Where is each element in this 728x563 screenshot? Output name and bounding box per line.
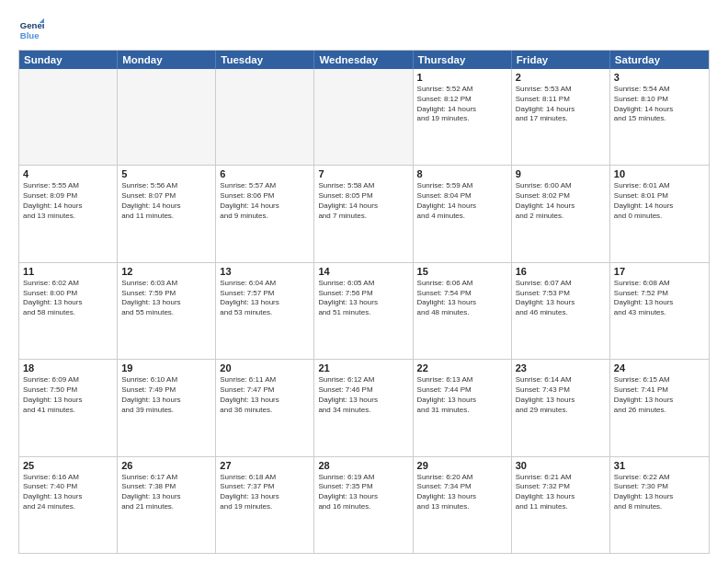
cell-text-line-3: and 13 minutes. bbox=[417, 502, 507, 512]
cell-text-line-2: Daylight: 13 hours bbox=[417, 396, 507, 406]
day-number: 8 bbox=[417, 168, 507, 179]
cell-text-line-2: Daylight: 13 hours bbox=[614, 396, 705, 406]
day-number: 26 bbox=[121, 460, 211, 471]
cell-text-line-3: and 0 minutes. bbox=[614, 212, 705, 222]
cell-text-line-2: Daylight: 14 hours bbox=[516, 201, 606, 212]
cell-text-line-1: Sunset: 8:12 PM bbox=[417, 95, 507, 105]
day-number: 13 bbox=[220, 266, 310, 277]
cell-text-line-1: Sunset: 8:02 PM bbox=[516, 191, 606, 201]
cell-text-line-3: and 43 minutes. bbox=[614, 308, 705, 318]
day-number: 5 bbox=[121, 168, 211, 179]
cell-text-line-1: Sunset: 7:32 PM bbox=[516, 482, 606, 492]
calendar-body: 1Sunrise: 5:52 AMSunset: 8:12 PMDaylight… bbox=[19, 69, 709, 553]
cell-text-line-0: Sunrise: 6:03 AM bbox=[121, 279, 211, 289]
cell-text-line-1: Sunset: 7:35 PM bbox=[318, 482, 408, 492]
header-day-sunday: Sunday bbox=[19, 51, 118, 69]
cell-text-line-3: and 53 minutes. bbox=[220, 308, 310, 318]
empty-cell bbox=[314, 69, 413, 165]
cell-text-line-2: Daylight: 14 hours bbox=[318, 201, 408, 212]
day-number: 20 bbox=[220, 362, 310, 373]
cell-text-line-2: Daylight: 13 hours bbox=[220, 492, 310, 502]
cell-text-line-2: Daylight: 13 hours bbox=[614, 492, 705, 502]
cell-text-line-2: Daylight: 13 hours bbox=[516, 396, 606, 406]
day-cell-6: 6Sunrise: 5:57 AMSunset: 8:06 PMDaylight… bbox=[216, 166, 314, 261]
cell-text-line-1: Sunset: 7:30 PM bbox=[614, 482, 705, 492]
cell-text-line-0: Sunrise: 5:52 AM bbox=[417, 85, 507, 95]
cell-text-line-3: and 13 minutes. bbox=[23, 212, 113, 222]
day-number: 14 bbox=[318, 266, 408, 277]
cell-text-line-1: Sunset: 7:37 PM bbox=[220, 482, 310, 492]
cell-text-line-1: Sunset: 7:38 PM bbox=[121, 482, 211, 492]
page-header: General Blue bbox=[18, 17, 710, 42]
cell-text-line-3: and 41 minutes. bbox=[23, 406, 113, 416]
day-cell-27: 27Sunrise: 6:18 AMSunset: 7:37 PMDayligh… bbox=[216, 457, 314, 553]
cell-text-line-1: Sunset: 7:59 PM bbox=[121, 289, 211, 299]
empty-cell bbox=[216, 69, 314, 165]
cell-text-line-2: Daylight: 13 hours bbox=[121, 298, 211, 308]
cell-text-line-2: Daylight: 13 hours bbox=[516, 298, 606, 308]
header-day-thursday: Thursday bbox=[414, 51, 512, 69]
svg-text:Blue: Blue bbox=[20, 30, 40, 40]
day-cell-31: 31Sunrise: 6:22 AMSunset: 7:30 PMDayligh… bbox=[610, 457, 709, 553]
cell-text-line-3: and 58 minutes. bbox=[23, 308, 113, 318]
header-day-friday: Friday bbox=[512, 51, 610, 69]
day-cell-12: 12Sunrise: 6:03 AMSunset: 7:59 PMDayligh… bbox=[118, 263, 216, 359]
cell-text-line-0: Sunrise: 6:08 AM bbox=[614, 279, 705, 289]
cell-text-line-0: Sunrise: 5:58 AM bbox=[318, 181, 408, 191]
cell-text-line-2: Daylight: 14 hours bbox=[220, 201, 310, 212]
cell-text-line-3: and 46 minutes. bbox=[516, 308, 606, 318]
cell-text-line-1: Sunset: 7:52 PM bbox=[614, 289, 705, 299]
cell-text-line-0: Sunrise: 6:00 AM bbox=[516, 181, 606, 191]
cell-text-line-1: Sunset: 8:09 PM bbox=[23, 191, 113, 201]
day-number: 21 bbox=[318, 362, 408, 373]
cell-text-line-2: Daylight: 14 hours bbox=[614, 105, 705, 115]
day-number: 2 bbox=[516, 72, 606, 83]
cell-text-line-1: Sunset: 8:01 PM bbox=[614, 191, 705, 201]
cell-text-line-2: Daylight: 13 hours bbox=[220, 396, 310, 406]
cell-text-line-1: Sunset: 7:57 PM bbox=[220, 289, 310, 299]
cell-text-line-3: and 19 minutes. bbox=[417, 114, 507, 124]
cell-text-line-0: Sunrise: 6:10 AM bbox=[121, 375, 211, 385]
cell-text-line-0: Sunrise: 6:14 AM bbox=[516, 375, 606, 385]
cell-text-line-3: and 8 minutes. bbox=[614, 502, 705, 512]
cell-text-line-3: and 34 minutes. bbox=[318, 406, 408, 416]
day-number: 31 bbox=[614, 460, 705, 471]
header-day-tuesday: Tuesday bbox=[216, 51, 314, 69]
day-number: 17 bbox=[614, 266, 705, 277]
day-cell-13: 13Sunrise: 6:04 AMSunset: 7:57 PMDayligh… bbox=[216, 263, 314, 359]
cell-text-line-3: and 24 minutes. bbox=[23, 502, 113, 512]
calendar-week-1: 1Sunrise: 5:52 AMSunset: 8:12 PMDaylight… bbox=[19, 69, 709, 165]
cell-text-line-1: Sunset: 7:34 PM bbox=[417, 482, 507, 492]
day-number: 3 bbox=[614, 72, 705, 83]
cell-text-line-1: Sunset: 7:44 PM bbox=[417, 385, 507, 396]
day-number: 19 bbox=[121, 362, 211, 373]
day-number: 23 bbox=[516, 362, 606, 373]
cell-text-line-2: Daylight: 14 hours bbox=[417, 201, 507, 212]
cell-text-line-3: and 11 minutes. bbox=[121, 212, 211, 222]
cell-text-line-2: Daylight: 13 hours bbox=[23, 492, 113, 502]
day-cell-1: 1Sunrise: 5:52 AMSunset: 8:12 PMDaylight… bbox=[414, 69, 512, 165]
logo: General Blue bbox=[18, 17, 44, 42]
day-cell-10: 10Sunrise: 6:01 AMSunset: 8:01 PMDayligh… bbox=[610, 166, 709, 261]
cell-text-line-2: Daylight: 13 hours bbox=[121, 492, 211, 502]
day-cell-19: 19Sunrise: 6:10 AMSunset: 7:49 PMDayligh… bbox=[118, 360, 216, 455]
cell-text-line-3: and 36 minutes. bbox=[220, 406, 310, 416]
cell-text-line-0: Sunrise: 6:16 AM bbox=[23, 473, 113, 483]
cell-text-line-0: Sunrise: 6:01 AM bbox=[614, 181, 705, 191]
day-number: 1 bbox=[417, 72, 507, 83]
cell-text-line-0: Sunrise: 6:11 AM bbox=[220, 375, 310, 385]
header-day-saturday: Saturday bbox=[610, 51, 709, 69]
cell-text-line-2: Daylight: 14 hours bbox=[23, 201, 113, 212]
day-number: 4 bbox=[23, 168, 113, 179]
day-cell-25: 25Sunrise: 6:16 AMSunset: 7:40 PMDayligh… bbox=[19, 457, 118, 553]
cell-text-line-2: Daylight: 13 hours bbox=[220, 298, 310, 308]
cell-text-line-1: Sunset: 8:00 PM bbox=[23, 289, 113, 299]
day-cell-9: 9Sunrise: 6:00 AMSunset: 8:02 PMDaylight… bbox=[512, 166, 610, 261]
day-number: 6 bbox=[220, 168, 310, 179]
cell-text-line-0: Sunrise: 6:17 AM bbox=[121, 473, 211, 483]
day-cell-23: 23Sunrise: 6:14 AMSunset: 7:43 PMDayligh… bbox=[512, 360, 610, 455]
cell-text-line-3: and 16 minutes. bbox=[318, 502, 408, 512]
calendar-week-3: 11Sunrise: 6:02 AMSunset: 8:00 PMDayligh… bbox=[19, 262, 709, 359]
cell-text-line-3: and 17 minutes. bbox=[516, 114, 606, 124]
cell-text-line-3: and 15 minutes. bbox=[614, 114, 705, 124]
